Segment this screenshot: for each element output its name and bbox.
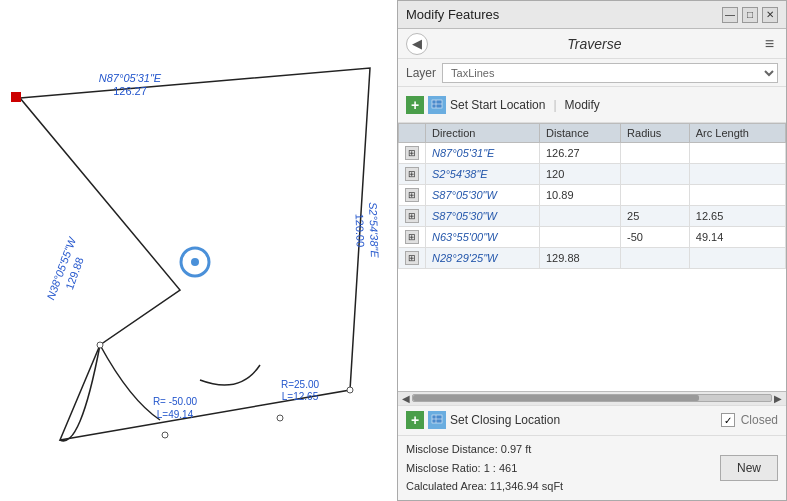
row-direction: S87°05'30"W [426,185,540,206]
traverse-title: Traverse [567,36,621,52]
col-icon [399,124,426,143]
svg-point-4 [97,342,103,348]
row-arc-length [689,143,785,164]
menu-button[interactable]: ≡ [761,35,778,53]
svg-point-5 [162,432,168,438]
title-controls: — □ ✕ [722,7,778,23]
row-direction: S2°54'38"E [426,164,540,185]
col-arc-length: Arc Length [689,124,785,143]
calculated-area-row: Calculated Area: 11,346.94 sqFt [406,477,563,496]
row-expand-icon: ⊞ [405,209,419,223]
row-icon-cell: ⊞ [399,143,426,164]
col-distance: Distance [540,124,621,143]
layer-row: Layer TaxLines [398,59,786,87]
table-row[interactable]: ⊞ N87°05'31"E 126.27 [399,143,786,164]
map-pin-icon-closing [428,411,446,429]
set-closing-label: Set Closing Location [450,413,560,427]
col-direction: Direction [426,124,540,143]
closed-label: Closed [741,413,778,427]
misclose-distance-value: 0.97 ft [501,443,532,455]
row-icon-cell: ⊞ [399,227,426,248]
modify-button[interactable]: Modify [565,98,600,112]
row-arc-length [689,248,785,269]
svg-point-7 [347,387,353,393]
plus-icon-closing: + [406,411,424,429]
back-button[interactable]: ◀ [406,33,428,55]
maximize-button[interactable]: □ [742,7,758,23]
row-direction: N87°05'31"E [426,143,540,164]
table-row[interactable]: ⊞ N28°29'25"W 129.88 [399,248,786,269]
misclose-ratio-row: Misclose Ratio: 1 : 461 [406,459,563,478]
map-pin-icon [428,96,446,114]
row-distance: 120 [540,164,621,185]
traverse-table: Direction Distance Radius Arc Length ⊞ N… [398,123,786,269]
row-distance: 129.88 [540,248,621,269]
annotation-r2: R=25.00 [281,379,320,390]
table-row[interactable]: ⊞ N63°55'00"W -50 49.14 [399,227,786,248]
annotation-top-dir: N87°05'31"E [99,72,162,84]
horizontal-scrollbar[interactable] [412,394,772,402]
row-arc-length: 12.65 [689,206,785,227]
toolbar-row: + Set Start Location | Modify [398,87,786,123]
row-distance: 126.27 [540,143,621,164]
scroll-bar-area: ◀ ▶ [398,391,786,405]
sub-header: ◀ Traverse ≡ [398,29,786,59]
table-row[interactable]: ⊞ S87°05'30"W 10.89 [399,185,786,206]
svg-point-6 [277,415,283,421]
bottom-toolbar: + Set Closing Location ✓ Closed [398,405,786,435]
row-radius: -50 [621,227,690,248]
misclose-ratio-label: Misclose Ratio: [406,462,481,474]
modify-panel: Modify Features — □ ✕ ◀ Traverse ≡ Layer… [397,0,787,501]
calculated-area-label: Calculated Area: [406,480,487,492]
close-button[interactable]: ✕ [762,7,778,23]
table-container[interactable]: Direction Distance Radius Arc Length ⊞ N… [398,123,786,391]
menu-icon: ≡ [765,35,774,52]
back-icon: ◀ [412,36,422,51]
new-button[interactable]: New [720,455,778,481]
status-info: Misclose Distance: 0.97 ft Misclose Rati… [406,440,563,496]
annotation-right-val: 120.00 [353,213,366,247]
scrollbar-thumb [413,395,699,401]
row-arc-length: 49.14 [689,227,785,248]
row-expand-icon: ⊞ [405,230,419,244]
svg-rect-1 [11,92,21,102]
panel-title: Modify Features [406,7,499,22]
row-icon-cell: ⊞ [399,164,426,185]
row-expand-icon: ⊞ [405,188,419,202]
svg-point-3 [191,258,199,266]
set-start-location-btn[interactable]: + Set Start Location [406,96,545,114]
table-row[interactable]: ⊞ S2°54'38"E 120 [399,164,786,185]
closed-checkbox[interactable]: ✓ [721,413,735,427]
calculated-area-value: 11,346.94 sqFt [490,480,563,492]
row-arc-length [689,164,785,185]
row-direction: N28°29'25"W [426,248,540,269]
row-radius [621,164,690,185]
annotation-r1: R= -50.00 [153,396,198,407]
row-arc-length [689,185,785,206]
row-radius [621,185,690,206]
row-distance [540,206,621,227]
col-radius: Radius [621,124,690,143]
status-area: Misclose Distance: 0.97 ft Misclose Rati… [398,435,786,500]
scroll-right-arrow[interactable]: ▶ [772,393,784,404]
layer-select[interactable]: TaxLines [442,63,778,83]
misclose-distance-label: Misclose Distance: [406,443,498,455]
row-distance: 10.89 [540,185,621,206]
scroll-left-arrow[interactable]: ◀ [400,393,412,404]
row-radius [621,248,690,269]
table-header-row: Direction Distance Radius Arc Length [399,124,786,143]
row-direction: S87°05'30"W [426,206,540,227]
minimize-button[interactable]: — [722,7,738,23]
set-closing-location-btn[interactable]: + Set Closing Location [406,411,560,429]
row-expand-icon: ⊞ [405,146,419,160]
table-row[interactable]: ⊞ S87°05'30"W 25 12.65 [399,206,786,227]
layer-label: Layer [406,66,436,80]
annotation-right-dir: S2°54'38"E [367,202,381,259]
canvas-area: N87°05'31"E 126.27 N38°05'55"W 129.88 S2… [0,0,400,501]
row-radius [621,143,690,164]
title-bar: Modify Features — □ ✕ [398,1,786,29]
misclose-ratio-value: 1 : 461 [484,462,518,474]
row-expand-icon: ⊞ [405,251,419,265]
row-icon-cell: ⊞ [399,248,426,269]
row-icon-cell: ⊞ [399,206,426,227]
